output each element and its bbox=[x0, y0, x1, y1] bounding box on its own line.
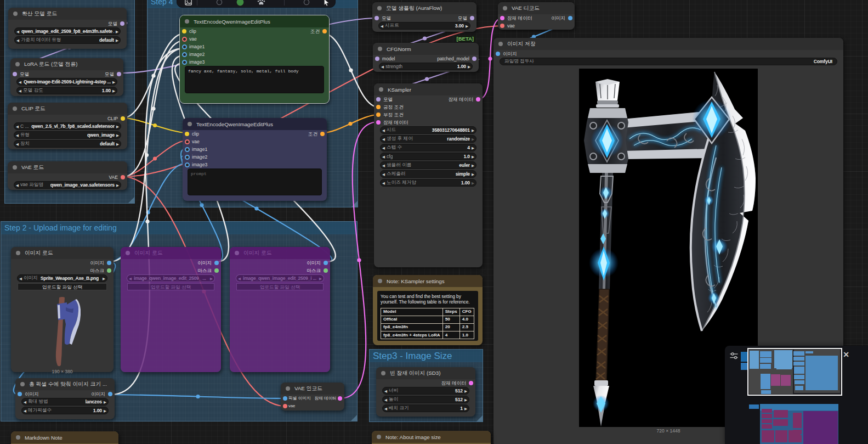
widget-arrow-right-icon[interactable]: ▶ bbox=[463, 405, 469, 412]
load-diffusion-model-header[interactable]: 확산 모델 로드 bbox=[8, 8, 127, 20]
load-image-1-preview[interactable] bbox=[11, 294, 114, 368]
load-image-3-widget-image_qwen_image_edit_2509_i ...[interactable]: ◀image_qwen_image_edit_2509_i ...▶ bbox=[236, 274, 324, 282]
clip-loader-widget-장치[interactable]: ◀장치default▶ bbox=[14, 140, 121, 148]
ksampler-widget-cfg[interactable]: ◀cfg1.0▶ bbox=[380, 153, 476, 160]
widget-arrow-left-icon[interactable]: ◀ bbox=[381, 179, 387, 187]
load-diffusion-model-widget-가중치 데이터 유형[interactable]: ◀가중치 데이터 유형default▶ bbox=[14, 36, 121, 44]
widget-arrow-left-icon[interactable]: ◀ bbox=[14, 140, 20, 148]
note-ksampler-settings-node[interactable]: Note: KSampler settingsYou can test and … bbox=[373, 275, 483, 345]
note-about-image-size-node[interactable]: Note: About image size bbox=[372, 431, 491, 444]
load-image-3-output-마스크-dot[interactable] bbox=[324, 268, 328, 273]
clip-loader-header[interactable]: CLIP 로드 bbox=[8, 103, 127, 115]
collapse-dot-icon[interactable] bbox=[286, 386, 290, 391]
empty-latent-image-sd3-header[interactable]: 빈 잠재 이미지 (SD3) bbox=[376, 367, 475, 379]
collapse-dot-icon[interactable] bbox=[498, 42, 503, 46]
empty-latent-image-sd3-widget-너비[interactable]: ◀너비512▶ bbox=[382, 387, 469, 395]
ksampler-widget-스텝 수[interactable]: ◀스텝 수4▶ bbox=[380, 144, 476, 151]
widget-arrow-left-icon[interactable]: ◀ bbox=[383, 405, 389, 412]
clip-loader-output-CLIP-dot[interactable] bbox=[121, 116, 125, 121]
load-diffusion-model-node[interactable]: 확산 모델 로드모델◀qwen_image_edit_2509_fp8_e4m3… bbox=[8, 8, 127, 49]
lora-loader-model-only-node[interactable]: LoRA 로드 (모델 전용)모델모델◀Qwen-Image-Edit-2509… bbox=[10, 58, 123, 96]
text-encode-positive-input-image1-dot[interactable] bbox=[182, 44, 187, 49]
markdown-note-header[interactable]: Markdown Note bbox=[11, 431, 118, 443]
widget-arrow-left-icon[interactable]: ◀ bbox=[381, 136, 387, 143]
widget-arrow-left-icon[interactable]: ◀ bbox=[236, 275, 242, 282]
vae-decode-input-잠재 데이터-dot[interactable] bbox=[500, 16, 504, 20]
cfgnorm-header[interactable]: CFGNorm bbox=[373, 43, 479, 55]
empty-latent-image-sd3-node[interactable]: 빈 잠재 이미지 (SD3)잠재 데이터◀너비512▶◀높이512▶◀배치 크기… bbox=[376, 367, 475, 417]
load-image-3-output-이미지-dot[interactable] bbox=[324, 261, 328, 265]
load-image-1-upload-button[interactable]: 업로드할 파일 선택 bbox=[18, 283, 107, 290]
widget-arrow-left-icon[interactable]: ◀ bbox=[383, 396, 389, 403]
widget-arrow-right-icon[interactable]: ▶ bbox=[466, 63, 472, 70]
top-toolbar[interactable] bbox=[177, 0, 336, 8]
text-encode-negative-prompt-textarea[interactable]: prompt bbox=[188, 168, 322, 195]
collapse-dot-icon[interactable] bbox=[377, 6, 382, 10]
widget-arrow-right-icon[interactable]: ▶ bbox=[470, 153, 476, 160]
vae-loader-node[interactable]: VAE 로드VAE◀vae 파일명qwen_image_vae.safetens… bbox=[8, 161, 127, 190]
vae-encode-node[interactable]: VAE 인코드픽셀 이미지잠재 데이터vae bbox=[281, 383, 344, 411]
widget-arrow-right-icon[interactable]: ▶ bbox=[317, 275, 324, 282]
scale-image-to-total-pixels-node[interactable]: 총 픽셀 수에 맞춰 이미지 크기 ...이미지이미지◀확대 방법lanczos… bbox=[15, 378, 115, 419]
minimap-close-icon[interactable]: ✕ bbox=[842, 350, 850, 359]
ksampler-output-잠재 데이터-dot[interactable] bbox=[476, 97, 480, 102]
ksampler-widget-시드[interactable]: ◀시드358031270648801▶ bbox=[380, 126, 476, 134]
widget-arrow-right-icon[interactable]: ▶ bbox=[470, 144, 476, 151]
lora-loader-model-only-output-모델-dot[interactable] bbox=[117, 72, 121, 76]
minimap-map[interactable] bbox=[725, 346, 868, 444]
minimap-panel[interactable]: ✕ bbox=[725, 346, 868, 444]
ghost-icon[interactable] bbox=[216, 0, 223, 5]
load-image-3-node[interactable]: 이미지 로드이미지마스크◀image_qwen_image_edit_2509_… bbox=[230, 247, 330, 372]
collapse-dot-icon[interactable] bbox=[13, 106, 17, 111]
widget-arrow-left-icon[interactable]: ◀ bbox=[127, 275, 133, 282]
text-encode-positive-input-image2-dot[interactable] bbox=[182, 52, 187, 57]
collapse-dot-icon[interactable] bbox=[16, 251, 20, 255]
widget-arrow-left-icon[interactable]: ◀ bbox=[22, 407, 28, 414]
widget-arrow-left-icon[interactable]: ◀ bbox=[22, 398, 28, 406]
collapse-dot-icon[interactable] bbox=[379, 87, 383, 92]
load-image-1-widget-이미지[interactable]: ◀이미지Sprite_Weapon_Axe_B.png▶ bbox=[17, 274, 107, 282]
widget-arrow-left-icon[interactable]: ◀ bbox=[381, 127, 387, 134]
widget-arrow-right-icon[interactable]: ▶ bbox=[102, 398, 108, 406]
empty-latent-image-sd3-output-잠재 데이터-dot[interactable] bbox=[469, 381, 473, 385]
ksampler-header[interactable]: KSampler bbox=[374, 83, 483, 95]
lora-loader-model-only-widget-Qwen-Image-Edit-2509-Lightning-4step ...[interactable]: ◀Qwen-Image-Edit-2509-Lightning-4step ..… bbox=[16, 78, 117, 86]
collapse-dot-icon[interactable] bbox=[377, 435, 381, 439]
vae-decode-header[interactable]: VAE 디코드 bbox=[498, 2, 575, 14]
text-encode-negative-header[interactable]: TextEncodeQwenImageEditPlus bbox=[183, 118, 327, 130]
collapse-dot-icon[interactable] bbox=[378, 279, 382, 283]
widget-arrow-left-icon[interactable]: ◀ bbox=[381, 144, 387, 151]
clip-loader-node[interactable]: CLIP 로드CLIP◀C ...qwen_2.5_vl_7b_fp8_scal… bbox=[8, 103, 127, 149]
clip-loader-widget-유형[interactable]: ◀유형qwen_image▶ bbox=[14, 131, 121, 139]
cfgnorm-widget-strength[interactable]: ◀strength1.00▶ bbox=[379, 63, 473, 70]
widget-arrow-right-icon[interactable]: ▶ bbox=[111, 78, 117, 86]
widget-arrow-right-icon[interactable]: ▶ bbox=[463, 387, 469, 395]
widget-arrow-left-icon[interactable]: ◀ bbox=[381, 162, 387, 169]
model-sampling-auraflow-widget-시프트[interactable]: ◀시프트3.00▶ bbox=[378, 22, 470, 30]
text-encode-positive-input-vae-dot[interactable] bbox=[182, 37, 187, 42]
text-encode-negative-node[interactable]: TextEncodeQwenImageEditPlusclip조건vaeimag… bbox=[183, 118, 327, 201]
text-encode-positive-input-clip-dot[interactable] bbox=[182, 29, 186, 33]
model-sampling-auraflow-node[interactable]: 모델 샘플링 (AuraFlow)[BETA]모델모델◀시프트3.00▶ bbox=[372, 2, 476, 32]
widget-arrow-left-icon[interactable]: ◀ bbox=[14, 132, 20, 139]
minimap-settings-icon[interactable] bbox=[729, 351, 739, 361]
minimap-viewport[interactable] bbox=[747, 348, 842, 396]
collapse-dot-icon[interactable] bbox=[126, 251, 130, 255]
vae-loader-widget-vae 파일명[interactable]: ◀vae 파일명qwen_image_vae.safetensors▶ bbox=[14, 181, 121, 189]
ksampler-node[interactable]: KSampler모델잠재 데이터긍정 조건부정 조건잠재 데이터◀시드35803… bbox=[374, 83, 483, 267]
load-image-3-header[interactable]: 이미지 로드 bbox=[230, 247, 330, 259]
ksampler-input-모델-dot[interactable] bbox=[376, 97, 381, 102]
widget-arrow-left-icon[interactable]: ◀ bbox=[379, 63, 385, 70]
lora-loader-model-only-header[interactable]: LoRA 로드 (모델 전용) bbox=[10, 58, 123, 70]
text-encode-negative-input-image1-dot[interactable] bbox=[185, 147, 190, 152]
save-image-widget-파일명 접두사[interactable]: 파일명 접두사ComfyUI bbox=[500, 58, 837, 65]
save-image-input-이미지-dot[interactable] bbox=[496, 52, 500, 56]
scale-image-to-total-pixels-widget-확대 방법[interactable]: ◀확대 방법lanczos▶ bbox=[21, 398, 109, 406]
ksampler-input-긍정 조건-dot[interactable] bbox=[376, 105, 381, 109]
widget-arrow-right-icon[interactable]: ▶ bbox=[470, 136, 476, 143]
collapse-dot-icon[interactable] bbox=[13, 12, 18, 16]
queue-circle-icon[interactable] bbox=[303, 0, 310, 5]
text-encode-positive-header[interactable]: TextEncodeQwenImageEditPlus bbox=[180, 15, 329, 27]
paw-icon[interactable] bbox=[257, 0, 265, 5]
collapse-dot-icon[interactable] bbox=[378, 47, 382, 51]
